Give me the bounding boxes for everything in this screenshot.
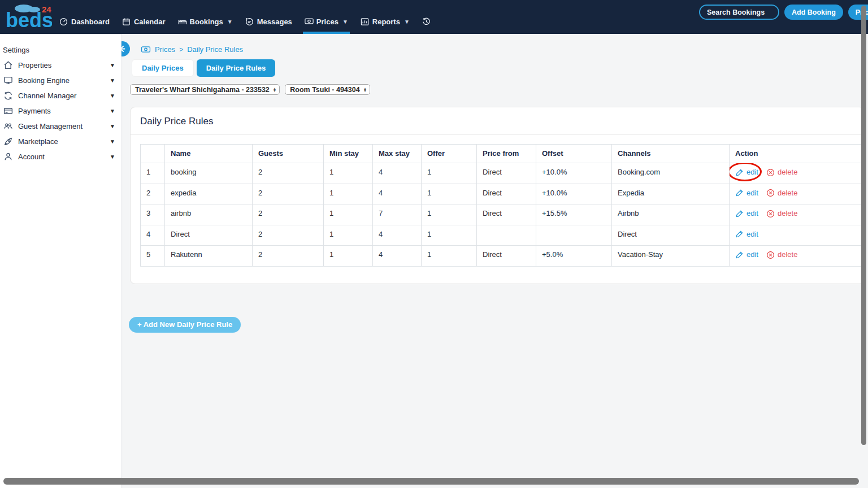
table-row: 4Direct2141Directedit (141, 225, 862, 246)
cell-name: booking (165, 163, 253, 184)
cell-action: editdelete (730, 246, 862, 267)
pencil-icon (735, 168, 744, 177)
pencil-icon (735, 230, 744, 238)
tab-daily-prices[interactable]: Daily Prices (132, 59, 194, 77)
cell-channels: Direct (612, 225, 730, 246)
column-header: Min stay (324, 145, 373, 163)
horizontal-scrollbar[interactable] (3, 478, 859, 485)
bar-chart-icon (361, 18, 369, 26)
cell-guests: 2 (253, 184, 324, 204)
nav-item-calendar[interactable]: Calendar (116, 0, 172, 34)
pencil-icon (735, 251, 744, 259)
select-stepper-icon: ▲▼ (363, 88, 367, 92)
nav-label: Reports (372, 18, 400, 26)
card-title: Daily Price Rules (131, 107, 864, 134)
sidebar-item-marketplace[interactable]: Marketplace ▼ (0, 134, 121, 149)
delete-link[interactable]: delete (766, 167, 797, 177)
vertical-scrollbar[interactable] (861, 6, 866, 445)
chevron-down-icon[interactable]: ▼ (110, 123, 115, 129)
price-tabs: Daily Prices Daily Price Rules (132, 59, 868, 77)
column-header: Max stay (373, 145, 422, 163)
daily-price-rules-card: Daily Price Rules NameGuestsMin stayMax … (130, 107, 865, 284)
table-header-row: NameGuestsMin stayMax stayOfferPrice fro… (141, 145, 862, 163)
banknote-icon (141, 46, 151, 53)
chevron-down-icon[interactable]: ▼ (110, 108, 115, 114)
breadcrumb-current[interactable]: Daily Price Rules (187, 45, 243, 54)
add-new-daily-price-rule-button[interactable]: + Add New Daily Price Rule (129, 317, 241, 333)
sidebar-item-account[interactable]: Account ▼ (0, 149, 121, 164)
chevron-down-icon[interactable]: ▼ (110, 138, 115, 145)
sidebar-item-channel-manager[interactable]: Channel Manager ▼ (0, 88, 121, 103)
nav-label: Dashboard (71, 18, 110, 26)
sync-icon (3, 91, 13, 101)
row-number: 1 (141, 163, 165, 184)
cell-name: Rakutenn (165, 246, 253, 267)
cell-name: expedia (165, 184, 253, 204)
cell-max-stay: 4 (373, 163, 422, 184)
beds24-logo[interactable]: beds 24 (5, 2, 52, 32)
row-number: 2 (141, 184, 165, 204)
cell-guests: 2 (253, 204, 324, 225)
chevron-down-icon[interactable]: ▼ (110, 154, 115, 160)
breadcrumb-prices-link[interactable]: Prices (155, 45, 175, 54)
property-select[interactable]: Traveler's Wharf Shichigahama - 233532 ▲… (130, 84, 280, 95)
cell-max-stay: 4 (373, 184, 422, 204)
main-nav-menu: Dashboard Calendar Bookings ▼ Messages P… (53, 0, 437, 34)
cell-name: airbnb (165, 204, 253, 225)
edit-link[interactable]: edit (735, 188, 758, 198)
chevron-down-icon[interactable]: ▼ (110, 93, 115, 99)
nav-label: Bookings (190, 18, 223, 26)
nav-item-dashboard[interactable]: Dashboard (53, 0, 116, 34)
nav-label: Calendar (134, 18, 166, 26)
person-icon (3, 152, 13, 162)
edit-link[interactable]: edit (735, 208, 758, 219)
cell-max-stay: 7 (373, 204, 422, 225)
nav-item-prices[interactable]: Prices ▼ (298, 0, 354, 34)
cell-offer: 1 (422, 163, 477, 184)
sidebar-item-guest-management[interactable]: Guest Management ▼ (0, 119, 121, 134)
chevron-down-icon[interactable]: ▼ (110, 77, 115, 84)
search-bookings-input[interactable] (699, 5, 779, 20)
cell-min-stay: 1 (324, 163, 373, 184)
cell-min-stay: 1 (324, 246, 373, 267)
cell-action: edit (730, 225, 862, 246)
cell-action: editdelete (730, 204, 862, 225)
add-booking-button[interactable]: Add Booking (784, 5, 843, 20)
tab-daily-price-rules[interactable]: Daily Price Rules (197, 59, 276, 77)
sidebar-item-payments[interactable]: Payments ▼ (0, 103, 121, 119)
sidebar-item-properties[interactable]: Properties ▼ (0, 58, 121, 73)
cell-price-from: Direct (477, 184, 536, 204)
sidebar-item-label: Properties (18, 61, 110, 69)
table-row: 1booking2141Direct+10.0%Booking.comeditd… (141, 163, 862, 184)
room-select[interactable]: Room Tsuki - 494304 ▲▼ (285, 84, 370, 95)
nav-item-reports[interactable]: Reports ▼ (354, 0, 416, 34)
pencil-icon (735, 189, 744, 197)
cell-offset: +15.5% (536, 204, 612, 225)
svg-text:24: 24 (42, 5, 51, 14)
column-header: Channels (612, 145, 730, 163)
sidebar-item-label: Account (18, 152, 110, 161)
delete-link[interactable]: delete (766, 208, 797, 219)
nav-item-messages[interactable]: Messages (239, 0, 298, 34)
breadcrumb: Prices > Daily Price Rules (141, 45, 868, 54)
chevron-down-icon[interactable]: ▼ (110, 62, 115, 68)
delete-link[interactable]: delete (766, 188, 797, 198)
nav-label: Messages (257, 18, 292, 26)
edit-link[interactable]: edit (735, 167, 758, 177)
settings-sidebar: Settings Properties ▼ Booking Engine ▼ C… (0, 34, 121, 488)
cell-price-from: Direct (477, 163, 536, 184)
cell-guests: 2 (253, 163, 324, 184)
delete-link[interactable]: delete (766, 250, 797, 260)
cell-channels: Airbnb (612, 204, 730, 225)
column-header: Name (165, 145, 253, 163)
nav-item-bookings[interactable]: Bookings ▼ (172, 0, 239, 34)
select-stepper-icon: ▲▼ (273, 88, 276, 92)
room-select-value: Room Tsuki - 494304 (290, 86, 359, 94)
nav-item-history[interactable] (416, 0, 437, 34)
column-header: Guests (253, 145, 324, 163)
column-header (141, 145, 165, 163)
calendar-icon (122, 18, 131, 26)
edit-link[interactable]: edit (735, 229, 758, 239)
edit-link[interactable]: edit (735, 250, 758, 260)
sidebar-item-booking-engine[interactable]: Booking Engine ▼ (0, 73, 121, 88)
